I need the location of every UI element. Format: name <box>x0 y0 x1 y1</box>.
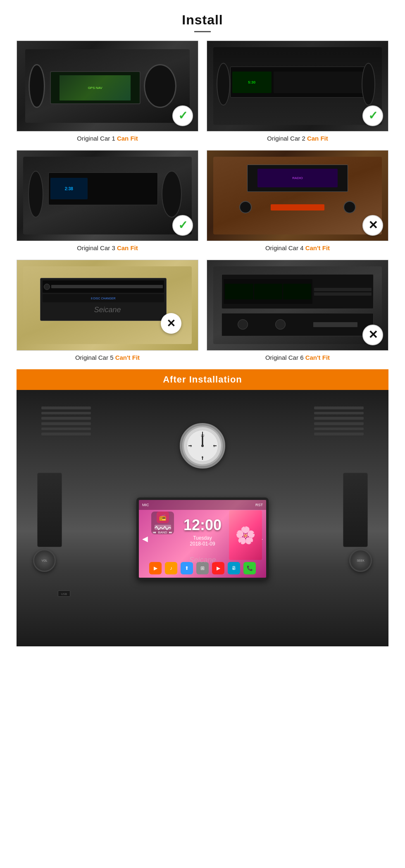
left-panel <box>37 473 62 547</box>
check-badge-1: ✓ <box>172 105 193 126</box>
car-image-2: 5:30 ✓ <box>207 41 388 132</box>
icon-maps: ⬆ <box>181 562 193 574</box>
header-divider <box>194 31 211 32</box>
car-label-6: Original Car 6 Can't Fit <box>265 354 330 361</box>
car-image-4: RADIO ✕ <box>207 150 388 241</box>
car-image-3: 2:38 ✓ <box>17 150 198 241</box>
icon-menu: ⊞ <box>196 562 209 574</box>
car-image-1: GPS NAV ✓ <box>17 41 198 132</box>
svg-point-11 <box>201 445 204 447</box>
screen-nav-left: ◀ <box>142 534 148 543</box>
icon-bluetooth: Ƀ <box>228 562 240 574</box>
car-label-1: Original Car 1 Can Fit <box>77 135 138 142</box>
usb-port: USB <box>58 591 70 597</box>
right-vent <box>314 407 364 435</box>
icon-play: ▶ <box>149 562 162 574</box>
car-cell-5: 8 DISC CHANGER ✕ Seicane Original Car 5 … <box>17 260 198 361</box>
icon-phone: 📞 <box>243 562 256 574</box>
left-volume-knob: VOL <box>33 549 56 572</box>
cross-icon-4: ✕ <box>368 220 378 231</box>
svg-text:3: 3 <box>213 444 215 448</box>
svg-text:9: 9 <box>190 444 192 448</box>
car-cell-4: RADIO ✕ Original Car 4 Can't Fit <box>207 150 388 251</box>
car-cell-6: ✕ Original Car 6 Can't Fit <box>207 260 388 361</box>
left-vent <box>41 407 91 435</box>
car-label-3: Original Car 3 Can Fit <box>77 244 138 251</box>
analog-clock: 12 3 6 9 <box>180 423 225 469</box>
car-label-4: Original Car 4 Can't Fit <box>265 244 330 251</box>
after-installation-banner: After Installation <box>17 369 388 390</box>
fit-status-2: Can Fit <box>307 135 328 142</box>
car-label-2: Original Car 2 Can Fit <box>267 135 328 142</box>
screen-time: 12:00 <box>183 516 222 534</box>
media-controls: ⏮ BAND ⏭ <box>153 531 172 534</box>
screen-status-left: MIC <box>142 503 149 507</box>
check-icon-3: ✓ <box>178 220 188 231</box>
page-container: Install GPS NAV ✓ Original Car 1 C <box>0 0 405 663</box>
screen-top-bar: MIC RST <box>139 500 266 510</box>
audio-wave <box>155 525 171 530</box>
car-image-6: ✕ <box>207 260 388 351</box>
radio-widget: 📻 ⏮ BAND ⏭ <box>151 512 174 534</box>
screen-date: Tuesday 2018-01-09 <box>190 535 215 547</box>
fit-status-3: Can Fit <box>117 244 138 251</box>
cross-badge-4: ✕ <box>362 215 383 236</box>
fit-status-4: Can't Fit <box>305 244 330 251</box>
right-seek-knob: SEEK <box>349 549 372 572</box>
check-icon-2: ✓ <box>368 110 378 122</box>
right-panel <box>343 473 368 547</box>
check-icon-1: ✓ <box>178 110 188 122</box>
car-cell-2: 5:30 ✓ Original Car 2 Can Fit <box>207 41 388 142</box>
cross-badge-6: ✕ <box>362 325 383 345</box>
fit-status-6: Can't Fit <box>305 354 330 361</box>
check-badge-2: ✓ <box>362 105 383 126</box>
flower-image: 🌸 <box>229 510 262 560</box>
fit-status-5: Can't Fit <box>115 354 140 361</box>
icon-music: ♪ <box>165 562 177 574</box>
fit-status-1: Can Fit <box>117 135 138 142</box>
screen-status-right: RST <box>255 503 263 507</box>
clock-face: 12 3 6 9 <box>184 427 221 464</box>
after-interior: 12 3 6 9 <box>17 390 388 646</box>
icon-youtube: ▶ <box>212 562 224 574</box>
after-install-screen: MIC RST ◀ ▶ 📻 <box>136 497 269 580</box>
check-badge-3: ✓ <box>172 215 193 236</box>
svg-text:6: 6 <box>202 455 204 459</box>
header-section: Install <box>17 12 388 32</box>
page-title: Install <box>17 12 388 28</box>
cars-grid: GPS NAV ✓ Original Car 1 Can Fit 5:30 <box>17 41 388 361</box>
after-installation-image: 12 3 6 9 <box>17 390 388 646</box>
cross-icon-6: ✕ <box>368 329 378 341</box>
car-cell-1: GPS NAV ✓ Original Car 1 Can Fit <box>17 41 198 142</box>
clock-svg: 12 3 6 9 <box>186 429 219 462</box>
radio-icon: 📻 <box>157 512 169 523</box>
car-label-5: Original Car 5 Can't Fit <box>75 354 140 361</box>
bottom-icons-row: ▶ ♪ ⬆ ⊞ ▶ Ƀ <box>149 562 256 574</box>
car-cell-3: 2:38 ✓ Original Car 3 Can Fit <box>17 150 198 251</box>
car-image-5: 8 DISC CHANGER ✕ Seicane <box>17 260 198 351</box>
